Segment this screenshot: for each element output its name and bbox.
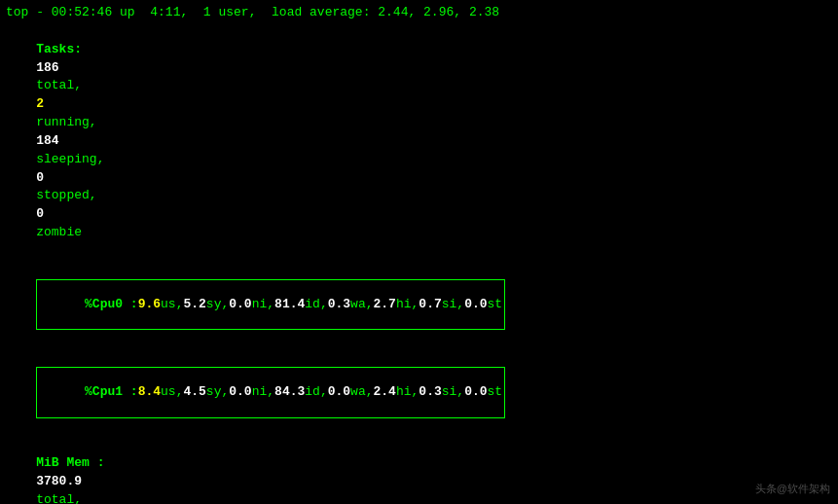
cpu0-si: 0.7	[419, 297, 441, 311]
cpu0-wa-label: wa,	[350, 297, 373, 311]
tasks-total-label: total,	[36, 78, 82, 92]
cpu0-id: 81.4	[274, 297, 305, 311]
cpu1-ni: 0.0	[229, 384, 251, 399]
tasks-running: 2	[36, 96, 44, 111]
cpu1-wa-label: wa,	[350, 384, 373, 399]
cpu0-us: 9.6	[138, 297, 161, 311]
tasks-label: Tasks:	[36, 42, 82, 56]
tasks-sleeping-label: sleeping,	[36, 152, 104, 166]
cpu0-ni: 0.0	[229, 297, 251, 311]
cpu1-st-label: st	[488, 384, 503, 399]
terminal-window: top - 00:52:46 up 4:11, 1 user, load ave…	[6, 4, 832, 504]
tasks-line: Tasks: 186 total, 2 running, 184 sleepin…	[6, 22, 832, 261]
cpu0-sy-label: sy,	[206, 297, 229, 311]
tasks-total: 186	[36, 60, 58, 75]
cpu0-sy: 5.2	[183, 297, 205, 311]
cpu1-si: 0.3	[419, 384, 441, 399]
cpu1-us: 8.4	[138, 384, 161, 399]
top-line: top - 00:52:46 up 4:11, 1 user, load ave…	[6, 4, 832, 22]
tasks-stopped: 0	[36, 170, 44, 185]
cpu0-si-label: si,	[442, 297, 464, 311]
mem-total: 3780.9	[36, 474, 82, 488]
watermark: 头条@软件架构	[755, 482, 830, 496]
cpu0-st-label: st	[488, 297, 503, 311]
tasks-stopped-label: stopped,	[36, 188, 96, 202]
cpu1-us-label: us,	[161, 384, 183, 399]
mem-line: MiB Mem : 3780.9 total, 201.9 free, 1857…	[6, 437, 832, 504]
cpu1-label: %Cpu1 :	[85, 384, 138, 399]
cpu1-hi-label: hi,	[396, 384, 419, 399]
cpu0-ni-label: ni,	[252, 297, 274, 311]
cpu0-hi-label: hi,	[396, 297, 419, 311]
cpu1-line: %Cpu1 :8.4us,4.5sy,0.0ni,84.3id,0.0wa,2.…	[6, 348, 832, 436]
cpu0-us-label: us,	[161, 297, 183, 311]
cpu1-id: 84.3	[274, 384, 305, 399]
cpu0-hi: 2.7	[374, 297, 396, 311]
cpu1-wa: 0.0	[328, 384, 350, 399]
cpu1-hi: 2.4	[374, 384, 396, 399]
cpu1-si-label: si,	[442, 384, 464, 399]
cpu0-id-label: id,	[305, 297, 327, 311]
cpu0-st: 0.0	[464, 297, 487, 311]
cpu1-sy: 4.5	[183, 384, 205, 399]
cpu1-st: 0.0	[464, 384, 487, 399]
tasks-running-label: running,	[36, 115, 96, 129]
cpu0-line: %Cpu0 :9.6us,5.2sy,0.0ni,81.4id,0.3wa,2.…	[6, 261, 832, 348]
cpu0-wa: 0.3	[328, 297, 350, 311]
cpu1-ni-label: ni,	[252, 384, 274, 399]
cpu1-id-label: id,	[305, 384, 327, 399]
mem-label: MiB Mem :	[36, 455, 104, 470]
tasks-zombie-label: zombie	[36, 225, 82, 239]
tasks-zombie: 0	[36, 206, 44, 221]
cpu1-sy-label: sy,	[206, 384, 229, 399]
mem-total-label: total,	[36, 492, 82, 504]
tasks-sleeping: 184	[36, 133, 58, 148]
cpu0-label: %Cpu0 :	[85, 297, 138, 311]
